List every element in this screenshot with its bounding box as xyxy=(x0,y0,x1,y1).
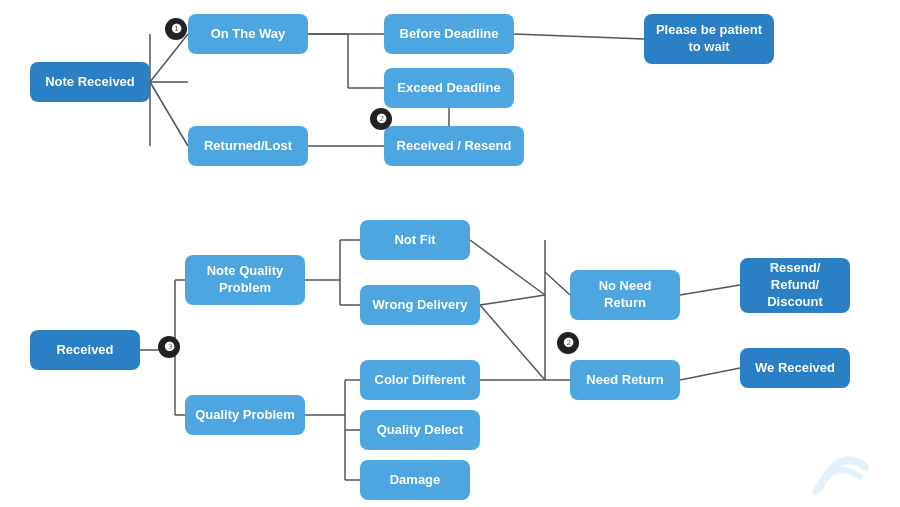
damage-node: Damage xyxy=(360,460,470,500)
note-quality-node: Note Quality Problem xyxy=(185,255,305,305)
note-received-node: Note Received xyxy=(30,62,150,102)
on-the-way-node: On The Way xyxy=(188,14,308,54)
svg-line-32 xyxy=(680,285,740,295)
svg-line-20 xyxy=(480,295,545,305)
we-received-node: We Received xyxy=(740,348,850,388)
returned-lost-node: Returned/Lost xyxy=(188,126,308,166)
before-deadline-node: Before Deadline xyxy=(384,14,514,54)
resend-refund-node: Resend/ Refund/ Discount xyxy=(740,258,850,313)
svg-line-8 xyxy=(514,34,644,39)
please-wait-node: Please be patient to wait xyxy=(644,14,774,64)
watermark-logo xyxy=(810,437,870,497)
svg-line-1 xyxy=(150,82,188,146)
badge-2-bottom: ❷ xyxy=(557,332,579,354)
svg-line-28 xyxy=(480,305,545,380)
no-need-return-node: No Need Return xyxy=(570,270,680,320)
quality-delect-node: Quality Delect xyxy=(360,410,480,450)
received-resend-node: Received / Resend xyxy=(384,126,524,166)
svg-line-33 xyxy=(680,368,740,380)
received-node: Received xyxy=(30,330,140,370)
svg-line-19 xyxy=(470,240,545,295)
svg-line-22 xyxy=(545,272,570,295)
diagram: Note Received On The Way Returned/Lost B… xyxy=(0,0,900,507)
wrong-delivery-node: Wrong Delivery xyxy=(360,285,480,325)
badge-2-top: ❷ xyxy=(370,108,392,130)
badge-3: ❸ xyxy=(158,336,180,358)
badge-1: ❶ xyxy=(165,18,187,40)
quality-problem-node: Quality Problem xyxy=(185,395,305,435)
exceed-deadline-node: Exceed Deadline xyxy=(384,68,514,108)
need-return-node: Need Return xyxy=(570,360,680,400)
color-different-node: Color Different xyxy=(360,360,480,400)
svg-line-0 xyxy=(150,34,188,82)
not-fit-node: Not Fit xyxy=(360,220,470,260)
